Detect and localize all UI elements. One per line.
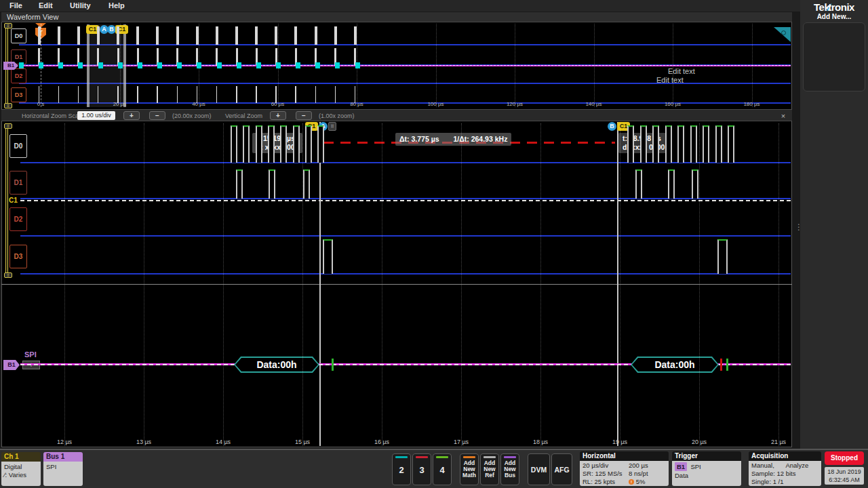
trigger-panel-title: Trigger (672, 451, 741, 461)
afg-button[interactable]: AFG (551, 453, 572, 485)
mz-gridline (144, 123, 144, 446)
bus-1-badge[interactable]: Bus 1 SPI (43, 452, 83, 486)
ov-bus-data-tick (217, 62, 222, 68)
menu-file[interactable]: File (9, 1, 22, 9)
ov-d0-pulse (294, 26, 297, 45)
h-zoom-plus-button[interactable]: + (123, 111, 140, 120)
settings-bar: Ch 1 Digital ∕: Varies Bus 1 SPI 2 3 4 A… (0, 449, 868, 488)
ov-time-label: 40 µs (192, 101, 205, 107)
menu-edit[interactable]: Edit (39, 1, 53, 9)
ov-d3-pulse (275, 86, 277, 103)
ov-d3-pulse (58, 86, 60, 103)
ov-bus-data-tick (315, 62, 320, 68)
acquisition-panel[interactable]: Acquisition Manual, Analyze Sample: 12 b… (749, 451, 821, 486)
mz-d0-pulse (665, 125, 672, 163)
mz-d0-pulse (690, 125, 697, 163)
ov-d0-pulse (196, 26, 199, 45)
ov-d3-pulse (256, 86, 257, 103)
horizontal-panel[interactable]: Horizontal 20 µs/div200 µs SR: 125 MS/s8… (580, 451, 669, 486)
mz-gridline (64, 123, 65, 446)
mz-d0-pulse (640, 125, 647, 163)
dvm-label: DVM (528, 466, 549, 474)
mz-d3-pulse (717, 239, 728, 274)
mz-time-label: 17 µs (454, 439, 469, 445)
h-zoom-scale-input[interactable]: 1.00 us/div (77, 111, 115, 120)
channel-4-label: 4 (433, 465, 451, 475)
trigger-position-percent: 5% (636, 478, 646, 485)
ov-time-label: 120 µs (507, 101, 523, 107)
h-zoom-scale-label: Horizontal Zoom Scale (22, 113, 83, 119)
horizontal-window: 200 µs (629, 462, 648, 469)
add-new-ref-button[interactable]: Add New Ref (480, 453, 499, 485)
menu-help[interactable]: Help (108, 1, 125, 9)
ov-d0-pulse (216, 26, 218, 45)
acquisition-analyze: Analyze (785, 462, 808, 469)
bus-color-stripe (504, 456, 516, 458)
waveform-view-header[interactable]: Waveform View (1, 12, 792, 22)
ov-d3-pulse (236, 86, 237, 103)
zoom-scale-bar: Horizontal Zoom Scale 1.00 us/div + − (2… (1, 109, 792, 121)
ov-time-label: 80 µs (350, 101, 363, 107)
menu-utility[interactable]: Utility (70, 1, 91, 9)
ov-d0-pulse (315, 26, 317, 45)
mz-d0-pulse (317, 125, 324, 163)
channel-2-button[interactable]: 2 (392, 453, 411, 485)
date-value: 18 Jun 2019 (825, 468, 864, 476)
ov-bus-data-tick (335, 62, 340, 68)
channel-4-button[interactable]: 4 (433, 453, 452, 485)
ov-d3-pulse (335, 86, 336, 103)
channel-4-color-stripe (436, 456, 448, 458)
stopped-status-badge[interactable]: Stopped (825, 451, 864, 465)
mz-d0-pulse (305, 125, 312, 163)
trigger-panel[interactable]: Trigger B1 SPI Data (672, 451, 741, 486)
ov-d3-pulse (78, 86, 79, 103)
zoom-bar-close-icon[interactable]: × (778, 111, 788, 121)
v-zoom-plus-button[interactable]: + (270, 111, 286, 120)
mz-d0-pulse (677, 125, 684, 163)
ov-time-label: 180 µs (743, 101, 760, 107)
mz-time-label: 18 µs (533, 439, 548, 445)
sample-interval: 8 ns/pt (629, 470, 648, 477)
ov-time-label: 60 µs (271, 101, 285, 107)
add-new-math-label: Add New Math (460, 460, 478, 479)
mz-gridline (540, 123, 541, 446)
channel-3-label: 3 (413, 465, 431, 475)
channel-1-badge[interactable]: Ch 1 Digital ∕: Varies (1, 452, 41, 486)
ov-d3-pulse (216, 86, 218, 103)
channel-2-color-stripe (395, 456, 408, 458)
add-new-math-button[interactable]: Add New Math (460, 453, 479, 485)
add-new-bus-button[interactable]: Add New Bus (500, 453, 519, 485)
dvm-button[interactable]: DVM (528, 453, 550, 485)
ov-d3-pulse (117, 86, 119, 103)
mz-gridline (699, 123, 700, 446)
mz-d1-pulse (668, 169, 675, 199)
channel-3-button[interactable]: 3 (412, 453, 431, 485)
v-zoom-factor-label: (1.00x zoom) (319, 113, 355, 119)
ov-bus-data-tick (237, 62, 241, 68)
mz-time-label: 15 µs (295, 439, 310, 445)
ov-d3-pulse (39, 86, 40, 103)
ov-d3-pulse (157, 86, 158, 103)
ov-gridline (594, 24, 595, 107)
tektronix-logo: Tek∕tronix (800, 1, 868, 13)
mz-time-label: 13 µs (136, 439, 151, 445)
ov-bus-data-tick (98, 62, 103, 68)
ov-d0-pulse (255, 26, 258, 45)
ov-d3-pulse (137, 86, 138, 103)
h-zoom-minus-button[interactable]: − (149, 111, 165, 120)
channel-2-label: 2 (393, 465, 410, 475)
mz-gridline (620, 123, 620, 446)
ov-bus-data-tick (256, 62, 261, 68)
v-zoom-minus-button[interactable]: − (296, 111, 312, 120)
mz-d1-pulse (692, 169, 698, 199)
ov-d0-pulse (334, 26, 337, 45)
mz-time-label: 14 µs (216, 439, 231, 445)
ov-bus-data-tick (58, 62, 63, 68)
afg-label: AFG (552, 466, 572, 474)
ov-gridline (673, 24, 673, 107)
bus-1-type: SPI (43, 462, 83, 486)
ov-gridline (436, 24, 437, 107)
time-value: 6:32:45 AM (825, 476, 864, 484)
ov-d0-pulse (58, 26, 60, 45)
sample-rate: SR: 125 MS/s (583, 470, 629, 478)
